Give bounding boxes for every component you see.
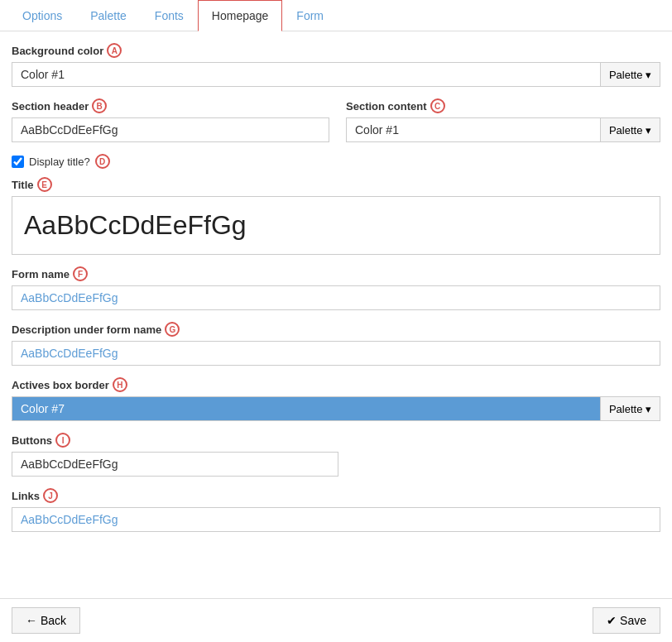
back-button[interactable]: ← Back <box>12 607 80 634</box>
section-content-input[interactable] <box>346 117 600 142</box>
form-name-input[interactable] <box>12 285 660 310</box>
section-header-col: Section header B <box>12 98 329 142</box>
tabs-bar: Options Palette Fonts Homepage Form <box>0 0 672 31</box>
background-color-group: Background color A Palette ▾ <box>12 43 660 87</box>
buttons-input[interactable] <box>12 452 338 477</box>
form-name-label: Form name F <box>12 266 660 281</box>
section-row: Section header B Section content C Palet… <box>12 98 660 142</box>
background-color-palette-btn[interactable]: Palette ▾ <box>600 62 660 87</box>
display-title-checkbox[interactable] <box>12 156 24 168</box>
badge-a: A <box>107 43 122 58</box>
badge-c: C <box>430 98 445 113</box>
background-color-label: Background color A <box>12 43 660 58</box>
description-input[interactable] <box>12 341 660 366</box>
buttons-label: Buttons I <box>12 433 660 448</box>
active-box-border-input-wrapper: Palette ▾ <box>12 396 660 421</box>
section-header-label: Section header B <box>12 98 329 113</box>
links-display: AaBbCcDdEeFfGg <box>12 507 660 532</box>
links-group: Links J AaBbCcDdEeFfGg <box>12 488 660 532</box>
background-color-input-wrapper: Palette ▾ <box>12 62 660 87</box>
badge-g: G <box>165 322 180 337</box>
save-button[interactable]: ✔ Save <box>593 607 660 634</box>
buttons-group: Buttons I <box>12 433 660 477</box>
badge-d: D <box>95 154 110 169</box>
tab-fonts[interactable]: Fonts <box>141 0 198 31</box>
section-content-col: Section content C Palette ▾ <box>346 98 660 142</box>
tab-homepage[interactable]: Homepage <box>198 0 283 31</box>
main-content: Background color A Palette ▾ Section hea… <box>0 31 672 593</box>
tab-options[interactable]: Options <box>8 0 76 31</box>
badge-i: I <box>55 433 70 448</box>
active-box-border-label: Actives box border H <box>12 377 660 392</box>
tab-palette[interactable]: Palette <box>76 0 141 31</box>
active-box-border-palette-btn[interactable]: Palette ▾ <box>600 396 660 421</box>
description-group: Description under form name G <box>12 322 660 366</box>
active-box-border-input[interactable] <box>12 396 600 421</box>
tab-form[interactable]: Form <box>282 0 338 31</box>
background-color-input[interactable] <box>12 62 600 87</box>
section-content-palette-btn[interactable]: Palette ▾ <box>600 117 660 142</box>
badge-h: H <box>113 377 127 392</box>
description-label: Description under form name G <box>12 322 660 337</box>
footer: ← Back ✔ Save <box>0 598 672 642</box>
section-content-label: Section content C <box>346 98 660 113</box>
badge-j: J <box>43 488 58 503</box>
active-box-border-group: Actives box border H Palette ▾ <box>12 377 660 421</box>
links-label: Links J <box>12 488 660 503</box>
title-label: Title E <box>12 177 660 192</box>
badge-e: E <box>37 177 52 192</box>
section-header-input[interactable] <box>12 117 329 142</box>
form-name-group: Form name F <box>12 266 660 310</box>
section-content-input-wrapper: Palette ▾ <box>346 117 660 142</box>
badge-f: F <box>73 266 88 281</box>
display-title-row: Display title? D <box>12 154 660 169</box>
title-display: AaBbCcDdEeFfGg <box>12 196 660 255</box>
badge-b: B <box>92 98 107 113</box>
title-group: Title E AaBbCcDdEeFfGg <box>12 177 660 255</box>
